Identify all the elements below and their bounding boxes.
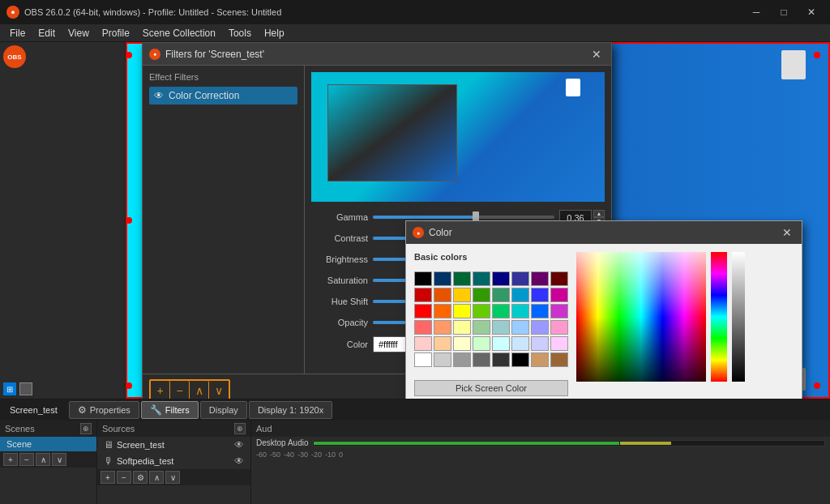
color-swatch[interactable]: [550, 320, 568, 335]
color-swatch[interactable]: [414, 320, 432, 335]
tab-display1[interactable]: Display 1: 1920x: [249, 401, 332, 419]
scenes-down-btn[interactable]: ∨: [52, 453, 66, 466]
color-swatch[interactable]: [453, 271, 471, 286]
menu-profile[interactable]: Profile: [96, 26, 136, 41]
color-swatch[interactable]: [473, 288, 490, 302]
eye-icon-0[interactable]: 👁: [234, 439, 244, 451]
color-swatch[interactable]: [414, 304, 432, 318]
color-swatch[interactable]: [492, 304, 510, 318]
color-picker-close[interactable]: ✕: [779, 224, 795, 241]
color-swatch[interactable]: [550, 352, 568, 367]
sources-down-btn[interactable]: ∨: [165, 471, 180, 484]
menu-tools[interactable]: Tools: [222, 26, 258, 41]
tab-display[interactable]: Display: [200, 401, 247, 419]
hue-strip[interactable]: [711, 252, 727, 382]
menu-edit[interactable]: Edit: [32, 26, 62, 41]
selected-source-name: Screen_test: [3, 405, 64, 415]
color-swatch[interactable]: [511, 304, 529, 318]
color-swatch[interactable]: [473, 336, 490, 351]
gamma-label: Gamma: [311, 212, 368, 222]
scenes-add-icon[interactable]: ⊕: [80, 423, 92, 434]
move-up-filter-button[interactable]: ∧: [190, 381, 209, 399]
move-down-filter-button[interactable]: ∨: [209, 381, 229, 399]
sources-add-icon[interactable]: ⊕: [234, 423, 246, 434]
color-swatch[interactable]: [434, 304, 451, 318]
audio-panel: Aud Desktop Audio -60 -50 -40 -30 -20 -1…: [251, 421, 830, 504]
color-swatch[interactable]: [414, 336, 432, 351]
scene-item-0[interactable]: Scene: [0, 437, 96, 451]
sources-settings-btn[interactable]: ⚙: [133, 471, 148, 484]
gamma-fill: [373, 216, 478, 219]
window-controls: ─ □ ✕: [744, 4, 824, 20]
scenes-up-btn[interactable]: ∧: [36, 453, 50, 466]
brightness-strip[interactable]: [732, 252, 745, 382]
close-button[interactable]: ✕: [799, 4, 824, 20]
color-swatch[interactable]: [492, 320, 510, 335]
color-swatch[interactable]: [473, 304, 490, 318]
color-swatch[interactable]: [434, 288, 451, 302]
color-gradient[interactable]: [576, 252, 706, 382]
source-item-0[interactable]: 🖥 Screen_test 👁: [97, 437, 250, 453]
color-swatch[interactable]: [511, 271, 529, 286]
sources-add-btn[interactable]: +: [101, 471, 115, 484]
color-swatch[interactable]: [531, 336, 549, 351]
color-swatch[interactable]: [550, 288, 568, 302]
color-swatch[interactable]: [453, 288, 471, 302]
color-swatch[interactable]: [414, 288, 432, 302]
tab-filters[interactable]: 🔧 Filters: [141, 401, 199, 419]
color-swatch[interactable]: [473, 271, 490, 286]
color-swatch[interactable]: [511, 288, 529, 302]
color-swatch[interactable]: [453, 352, 471, 367]
color-swatch[interactable]: [492, 288, 510, 302]
color-swatch[interactable]: [511, 352, 529, 367]
color-swatch[interactable]: [492, 336, 510, 351]
sources-label: Sources: [102, 424, 135, 434]
color-swatch[interactable]: [531, 352, 549, 367]
color-swatch[interactable]: [511, 320, 529, 335]
minimize-button[interactable]: ─: [744, 4, 768, 20]
filter-item-color-correction[interactable]: 👁 Color Correction: [149, 87, 297, 105]
add-filter-button[interactable]: +: [151, 381, 170, 399]
sources-up-btn[interactable]: ∧: [149, 471, 164, 484]
color-swatch[interactable]: [550, 336, 568, 351]
menu-scene-collection[interactable]: Scene Collection: [136, 26, 222, 41]
color-swatch[interactable]: [414, 271, 432, 286]
color-swatch[interactable]: [453, 320, 471, 335]
color-swatch[interactable]: [434, 336, 451, 351]
sources-remove-btn[interactable]: −: [117, 471, 131, 484]
saturation-label: Saturation: [311, 275, 368, 285]
color-swatch[interactable]: [550, 304, 568, 318]
pick-screen-color-button[interactable]: Pick Screen Color: [414, 380, 568, 396]
color-swatch[interactable]: [434, 271, 451, 286]
color-swatch[interactable]: [531, 320, 549, 335]
gamma-up[interactable]: ▲: [593, 210, 605, 217]
color-swatch[interactable]: [473, 320, 490, 335]
remove-filter-button[interactable]: −: [170, 381, 190, 399]
color-swatch[interactable]: [434, 352, 451, 367]
color-gradient-container[interactable]: [576, 252, 706, 382]
color-swatch[interactable]: [531, 304, 549, 318]
color-picker-body: Basic colors Pick Screen Color: [406, 244, 802, 399]
gamma-track[interactable]: [373, 216, 554, 219]
scenes-remove-btn[interactable]: −: [19, 453, 34, 466]
menu-file[interactable]: File: [3, 26, 32, 41]
color-swatch[interactable]: [414, 352, 432, 367]
color-swatch[interactable]: [492, 271, 510, 286]
scenes-add-btn[interactable]: +: [3, 453, 18, 466]
tab-properties[interactable]: ⚙ Properties: [69, 401, 139, 419]
color-swatch[interactable]: [473, 352, 490, 367]
color-swatch[interactable]: [453, 336, 471, 351]
filters-dialog-close[interactable]: ✕: [588, 46, 605, 62]
color-swatch[interactable]: [531, 271, 549, 286]
source-item-1[interactable]: 🎙 Softpedia_test 👁: [97, 453, 250, 469]
color-swatch[interactable]: [550, 271, 568, 286]
menu-help[interactable]: Help: [258, 26, 291, 41]
color-swatch[interactable]: [434, 320, 451, 335]
color-swatch[interactable]: [492, 352, 510, 367]
color-swatch[interactable]: [453, 304, 471, 318]
menu-view[interactable]: View: [62, 26, 96, 41]
color-swatch[interactable]: [511, 336, 529, 351]
eye-icon-1[interactable]: 👁: [234, 455, 244, 467]
maximize-button[interactable]: □: [772, 4, 796, 20]
color-swatch[interactable]: [531, 288, 549, 302]
